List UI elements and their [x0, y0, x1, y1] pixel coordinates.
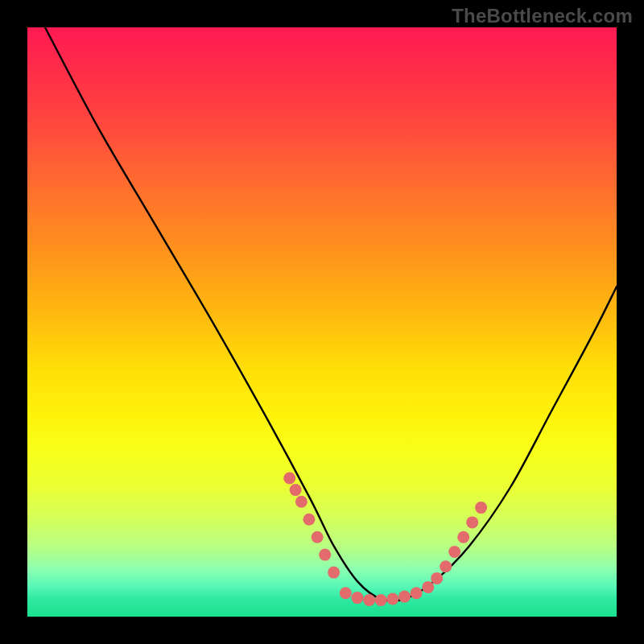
marker-cluster-left: [283, 473, 340, 579]
plot-gradient-area: [27, 27, 617, 617]
curve-marker: [295, 496, 308, 508]
curve-marker: [375, 594, 387, 606]
chart-stage: TheBottleneck.com: [0, 0, 644, 644]
curve-marker: [448, 546, 460, 558]
marker-cluster-bottom: [340, 581, 435, 606]
curve-marker: [440, 560, 452, 572]
curve-marker: [386, 593, 398, 605]
curve-marker: [340, 587, 352, 599]
chart-svg: [27, 27, 617, 617]
curve-marker: [312, 531, 324, 543]
curve-marker: [411, 587, 423, 599]
curve-marker: [328, 567, 340, 579]
curve-marker: [398, 591, 411, 603]
curve-marker: [363, 594, 375, 606]
curve-marker: [283, 473, 295, 485]
curve-marker: [475, 502, 487, 514]
curve-marker: [351, 592, 363, 604]
curve-marker: [303, 514, 315, 526]
curve-marker: [319, 549, 331, 561]
curve-marker: [422, 581, 434, 593]
watermark-text: TheBottleneck.com: [452, 5, 633, 27]
curve-marker: [457, 531, 469, 543]
marker-cluster-right: [431, 502, 487, 584]
curve-marker: [466, 516, 478, 528]
curve-marker: [290, 484, 302, 496]
curve-marker: [431, 572, 443, 584]
bottleneck-curve: [45, 27, 617, 601]
